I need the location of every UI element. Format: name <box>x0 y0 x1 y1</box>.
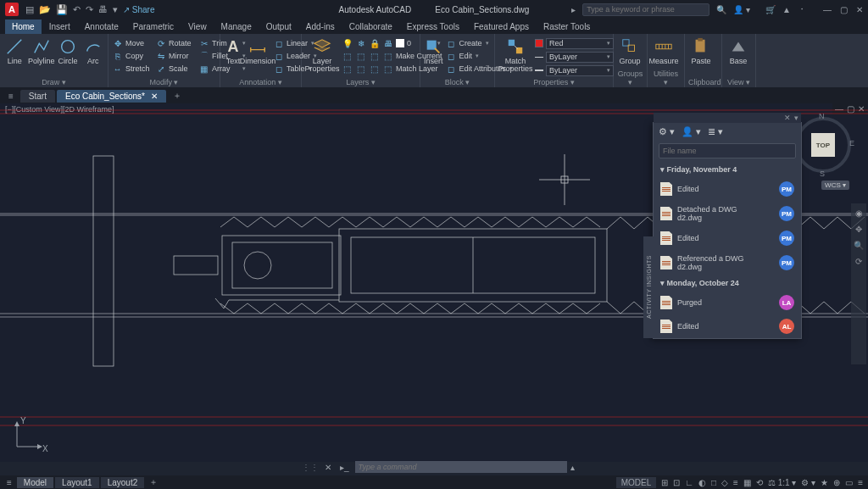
tab-model[interactable]: Model <box>17 477 53 488</box>
cmd-close-icon[interactable]: ✕ <box>322 463 334 472</box>
ribbon-tab-annotate[interactable]: Annotate <box>78 19 125 34</box>
layer-btn4-icon[interactable]: ⬚ <box>382 51 393 62</box>
layout-menu-icon[interactable]: ≡ <box>3 478 15 487</box>
insert-button[interactable]: Insert <box>424 36 443 65</box>
qat-menu-icon[interactable]: ▤ <box>25 4 34 15</box>
status-anno-icon[interactable]: ★ <box>821 478 828 487</box>
filetabs-menu-icon[interactable]: ≡ <box>3 90 19 103</box>
maximize-icon[interactable]: ▢ <box>840 5 848 14</box>
qat-undo-icon[interactable]: ↶ <box>73 4 81 15</box>
command-input[interactable] <box>355 461 567 473</box>
minimize-icon[interactable]: — <box>823 5 832 14</box>
tab-layout2[interactable]: Layout2 <box>101 477 145 488</box>
color-select[interactable]: Red▾ <box>535 37 614 49</box>
new-tab-icon[interactable]: ＋ <box>168 88 186 103</box>
viewcube-face[interactable]: TOP <box>811 133 835 157</box>
circle-button[interactable]: Circle <box>57 36 80 65</box>
panel-groups-title[interactable]: Groups ▾ <box>617 69 643 87</box>
layer-btn1-icon[interactable]: ⬚ <box>342 51 353 62</box>
group-button[interactable]: Group <box>617 36 643 65</box>
help-chevron-icon[interactable]: ▸ <box>571 5 576 14</box>
dimension-button[interactable]: Dimension <box>245 36 270 65</box>
nav-pan-icon[interactable]: ✥ <box>855 225 862 234</box>
activity-item[interactable]: EditedPM <box>654 177 801 201</box>
nav-orbit-icon[interactable]: ⟳ <box>855 257 862 266</box>
ribbon-tab-view[interactable]: View <box>181 19 214 34</box>
layer-properties-button[interactable]: Layer Properties <box>305 36 339 73</box>
linetype-select[interactable]: ByLayer▾ <box>535 51 614 63</box>
panel-view-title[interactable]: View ▾ <box>726 77 752 87</box>
activity-date-header[interactable]: ▾ Friday, November 4 <box>654 162 801 177</box>
status-wk-icon[interactable]: ⊕ <box>833 478 840 487</box>
add-layout-icon[interactable]: ＋ <box>146 476 161 488</box>
ribbon-tab-raster-tools[interactable]: Raster Tools <box>537 19 597 34</box>
panel-draw-title[interactable]: Draw ▾ <box>3 77 104 87</box>
qat-print-icon[interactable]: 🖶 <box>98 4 108 15</box>
base-button[interactable]: Base <box>726 36 751 65</box>
ribbon-tab-home[interactable]: Home <box>5 19 42 34</box>
cmd-prompt-icon[interactable]: ▸_ <box>337 463 352 472</box>
panel-annotation-title[interactable]: Annotation ▾ <box>224 77 298 87</box>
cmd-grip-icon[interactable]: ⋮⋮ <box>302 463 319 472</box>
ribbon-tab-express-tools[interactable]: Express Tools <box>400 19 466 34</box>
qat-open-icon[interactable]: 📂 <box>39 4 51 15</box>
measure-button[interactable]: Measure <box>651 36 676 65</box>
tab-layout1[interactable]: Layout1 <box>55 477 99 488</box>
panel-utilities-title[interactable]: Utilities ▾ <box>651 69 681 87</box>
cmd-recent-icon[interactable]: ▴ <box>570 463 575 472</box>
ribbon-tab-parametric[interactable]: Parametric <box>126 19 181 34</box>
viewcube-north[interactable]: N <box>819 112 825 120</box>
ribbon-tab-output[interactable]: Output <box>259 19 298 34</box>
layer-btn5-icon[interactable]: ⬚ <box>342 64 353 75</box>
signin-icon[interactable]: 👤 ▾ <box>733 5 750 14</box>
ribbon-tab-collaborate[interactable]: Collaborate <box>342 19 399 34</box>
activity-item[interactable]: PurgedLA <box>654 291 801 314</box>
scale-button[interactable]: Scale <box>169 64 196 73</box>
arc-button[interactable]: Arc <box>81 36 104 65</box>
match-properties-button[interactable]: Match Properties <box>498 36 532 73</box>
lineweight-select[interactable]: ByLayer▾ <box>535 64 614 76</box>
mirror-button[interactable]: Mirror <box>169 52 196 60</box>
copy-button[interactable]: Copy <box>125 52 153 60</box>
status-transparency-icon[interactable]: ▦ <box>743 478 751 487</box>
activity-side-label[interactable]: ACTIVITY INSIGHTS <box>643 236 654 338</box>
status-lwt-icon[interactable]: ≡ <box>733 478 738 487</box>
status-cycle-icon[interactable]: ⟲ <box>756 478 763 487</box>
status-gear-icon[interactable]: ⚙ ▾ <box>801 478 815 487</box>
list-icon[interactable]: ≣ ▾ <box>708 126 723 137</box>
activity-date-header[interactable]: ▾ Monday, October 24 <box>654 275 801 291</box>
cart-icon[interactable]: 🛒 <box>765 5 776 14</box>
activity-item[interactable]: Detached a DWG d2.dwgPM <box>654 201 801 226</box>
status-custom-icon[interactable]: ≡ <box>858 478 863 487</box>
viewcube-east[interactable]: E <box>849 139 854 147</box>
status-3dosnap-icon[interactable]: ◇ <box>721 478 728 487</box>
activity-item[interactable]: EditedPM <box>654 226 801 250</box>
layer-btn2-icon[interactable]: ⬚ <box>355 51 366 62</box>
panel-layers-title[interactable]: Layers ▾ <box>305 77 416 87</box>
qat-dropdown-icon[interactable]: ▾ <box>113 4 118 15</box>
drawing-canvas[interactable]: — ▢ ✕ [−][Custom View][2D Wireframe] <box>0 103 868 462</box>
status-osnap-icon[interactable]: □ <box>711 478 716 487</box>
app-store-icon[interactable]: ▲ <box>782 5 791 14</box>
start-tab[interactable]: Start <box>20 90 55 103</box>
status-snap-icon[interactable]: ⊡ <box>673 478 680 487</box>
status-clean-icon[interactable]: ▭ <box>845 478 853 487</box>
active-file-tab[interactable]: Eco Cabin_Sections* ✕ <box>57 90 166 103</box>
stretch-button[interactable]: Stretch <box>125 64 153 73</box>
ucs-icon[interactable]: Y X <box>10 418 44 453</box>
nav-wheel-icon[interactable]: ◉ <box>855 208 863 218</box>
status-scale[interactable]: ⚖ 1:1 ▾ <box>768 478 796 487</box>
app-logo[interactable]: A <box>5 3 19 16</box>
layer-btn7-icon[interactable]: ⬚ <box>369 64 380 75</box>
status-polar-icon[interactable]: ◐ <box>698 478 706 487</box>
user-filter-icon[interactable]: 👤 ▾ <box>682 126 701 137</box>
filter-icon[interactable]: ⚙ ▾ <box>659 126 675 137</box>
ribbon-tab-featured-apps[interactable]: Featured Apps <box>467 19 536 34</box>
panel-handle[interactable]: ✕▾ <box>654 113 801 123</box>
polyline-button[interactable]: Polyline <box>29 36 54 65</box>
ribbon-tab-add-ins[interactable]: Add-ins <box>299 19 342 34</box>
share-button[interactable]: ↗ Share <box>123 5 154 14</box>
activity-item[interactable]: EditedAL <box>654 314 801 338</box>
nav-zoom-icon[interactable]: 🔍 <box>854 241 864 250</box>
status-model-label[interactable]: MODEL <box>616 477 657 488</box>
